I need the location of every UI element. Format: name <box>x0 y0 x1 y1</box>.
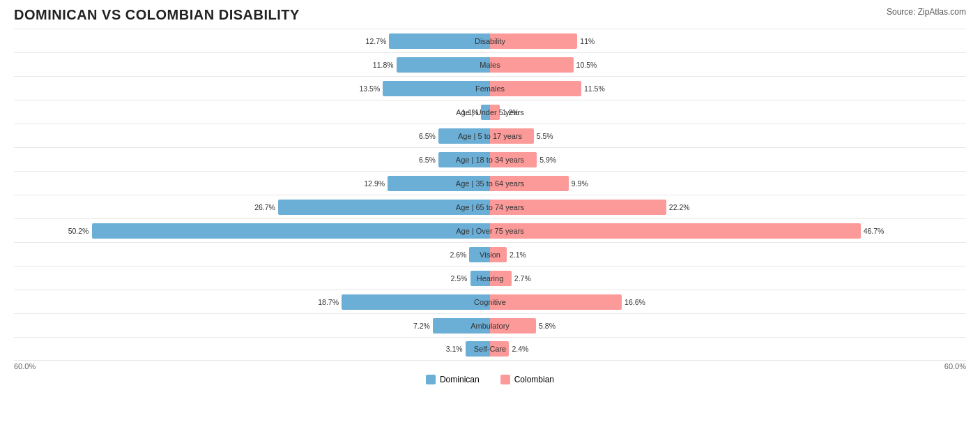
dominican-value: 3.1% <box>446 345 463 353</box>
dominican-value: 7.2% <box>413 322 430 330</box>
dominican-bar <box>383 81 490 96</box>
colombian-value: 11.5% <box>584 84 605 93</box>
table-row: Age | 65 to 74 years26.7%22.2% <box>14 195 966 218</box>
dominican-color-box <box>426 375 436 384</box>
row-label: Age | 65 to 74 years <box>456 203 524 211</box>
axis-bottom: 60.0% 60.0% <box>14 362 966 370</box>
table-row: Disability12.7%11% <box>14 29 966 52</box>
row-label: Disability <box>475 37 505 45</box>
dominican-value: 6.5% <box>419 156 436 164</box>
dominican-value: 11.8% <box>373 61 394 69</box>
colombian-value: 2.7% <box>514 274 531 283</box>
dominican-value: 1.1% <box>461 108 478 117</box>
dominican-value: 12.9% <box>364 179 385 188</box>
dominican-value: 26.7% <box>254 203 275 211</box>
legend-dominican: Dominican <box>426 375 480 384</box>
table-row: Cognitive18.7%16.6% <box>14 290 966 313</box>
chart-legend: Dominican Colombian <box>14 375 966 384</box>
colombian-value: 22.2% <box>669 203 690 211</box>
table-row: Vision2.6%2.1% <box>14 242 966 266</box>
colombian-value: 5.8% <box>539 322 556 330</box>
table-row: Ambulatory7.2%5.8% <box>14 313 966 337</box>
dominican-label: Dominican <box>440 375 480 384</box>
table-row: Age | Over 75 years50.2%46.7% <box>14 218 966 242</box>
row-label: Age | 5 to 17 years <box>458 132 522 140</box>
dominican-value: 18.7% <box>318 298 339 306</box>
colombian-value: 10.5% <box>576 61 597 69</box>
bar-container: Age | 18 to 34 years6.5%5.9% <box>14 152 966 167</box>
row-label: Age | 35 to 64 years <box>456 179 524 188</box>
bar-container: Age | 5 to 17 years6.5%5.5% <box>14 128 966 144</box>
dominican-bar <box>342 294 490 310</box>
row-label: Age | Over 75 years <box>456 227 524 235</box>
legend-colombian: Colombian <box>500 375 554 384</box>
colombian-value: 9.9% <box>572 179 588 188</box>
table-row: Age | 35 to 64 years12.9%9.9% <box>14 171 966 195</box>
colombian-color-box <box>500 375 510 384</box>
row-label: Self-Care <box>474 345 506 353</box>
chart-header: DOMINICAN VS COLOMBIAN DISABILITY Source… <box>14 7 966 23</box>
colombian-value: 2.4% <box>512 345 528 353</box>
bar-container: Age | Over 75 years50.2%46.7% <box>14 223 966 239</box>
colombian-label: Colombian <box>514 375 554 384</box>
colombian-bar <box>490 294 622 310</box>
bar-container: Age | 65 to 74 years26.7%22.2% <box>14 200 966 215</box>
row-label: Females <box>475 84 505 93</box>
colombian-value: 46.7% <box>864 227 885 235</box>
dominican-bar <box>397 57 490 73</box>
table-row: Age | Under 5 years1.1%1.2% <box>14 100 966 123</box>
colombian-value: 2.1% <box>510 250 526 259</box>
chart-source: Source: ZipAtlas.com <box>887 7 966 17</box>
table-row: Males11.8%10.5% <box>14 52 966 76</box>
colombian-bar <box>490 223 861 239</box>
bar-container: Cognitive18.7%16.6% <box>14 294 966 310</box>
row-label: Ambulatory <box>470 322 510 330</box>
dominican-bar <box>92 223 490 239</box>
rows-container: Disability12.7%11%Males11.8%10.5%Females… <box>14 29 966 361</box>
bar-container: Disability12.7%11% <box>14 33 966 49</box>
table-row: Self-Care3.1%2.4% <box>14 337 966 361</box>
chart-area: Disability12.7%11%Males11.8%10.5%Females… <box>14 29 966 370</box>
dominican-value: 12.7% <box>366 37 387 45</box>
bar-container: Age | Under 5 years1.1%1.2% <box>14 105 966 120</box>
table-row: Age | 5 to 17 years6.5%5.5% <box>14 123 966 147</box>
colombian-value: 5.5% <box>537 132 553 140</box>
table-row: Age | 18 to 34 years6.5%5.9% <box>14 147 966 171</box>
dominican-value: 2.6% <box>450 250 466 259</box>
bar-container: Age | 35 to 64 years12.9%9.9% <box>14 176 966 191</box>
row-label: Vision <box>480 250 500 259</box>
row-label: Age | 18 to 34 years <box>456 156 524 164</box>
table-row: Females13.5%11.5% <box>14 76 966 100</box>
colombian-value: 1.2% <box>503 108 519 117</box>
bar-container: Vision2.6%2.1% <box>14 247 966 262</box>
table-row: Hearing2.5%2.7% <box>14 266 966 290</box>
bar-container: Ambulatory7.2%5.8% <box>14 318 966 334</box>
row-label: Males <box>480 61 500 69</box>
colombian-value: 11% <box>580 37 595 45</box>
row-label: Cognitive <box>474 298 506 306</box>
bar-container: Self-Care3.1%2.4% <box>14 341 966 357</box>
row-label: Hearing <box>477 274 504 283</box>
colombian-value: 16.6% <box>625 298 645 306</box>
axis-left-label: 60.0% <box>14 362 36 370</box>
bar-container: Females13.5%11.5% <box>14 81 966 96</box>
dominican-value: 2.5% <box>451 274 468 283</box>
dominican-value: 50.2% <box>68 227 89 235</box>
bar-container: Hearing2.5%2.7% <box>14 271 966 286</box>
colombian-value: 5.9% <box>539 156 556 164</box>
dominican-value: 6.5% <box>419 132 436 140</box>
bar-container: Males11.8%10.5% <box>14 57 966 73</box>
axis-right-label: 60.0% <box>944 362 966 370</box>
chart-title: DOMINICAN VS COLOMBIAN DISABILITY <box>14 7 300 23</box>
colombian-bar <box>490 57 574 73</box>
dominican-value: 13.5% <box>359 84 380 93</box>
